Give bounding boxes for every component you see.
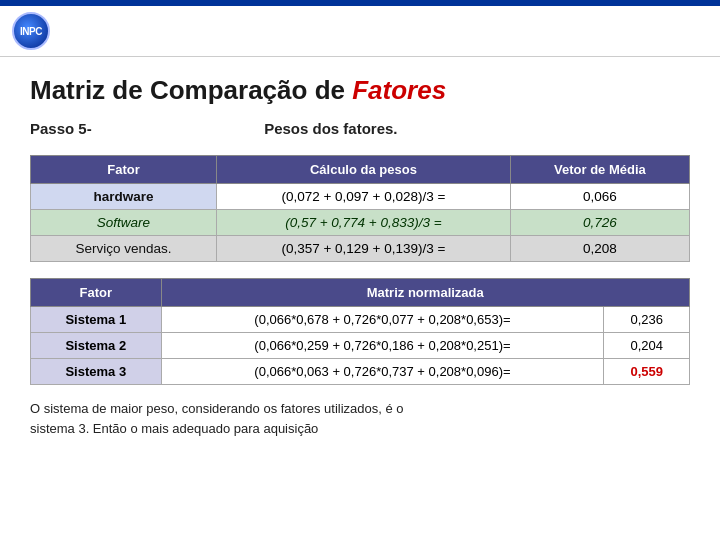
vetor-hardware: 0,066 xyxy=(510,184,689,210)
top-bar: INPC xyxy=(0,6,720,57)
col-fator: Fator xyxy=(31,156,217,184)
step-label: Passo 5- xyxy=(30,120,92,137)
col-calculo: Cálculo da pesos xyxy=(216,156,510,184)
fator-software: Software xyxy=(31,210,217,236)
sistema3-calculo: (0,066*0,063 + 0,726*0,737 + 0,208*0,096… xyxy=(161,359,604,385)
sistema2-calculo: (0,066*0,259 + 0,726*0,186 + 0,208*0,251… xyxy=(161,333,604,359)
table-row: Sistema 2 (0,066*0,259 + 0,726*0,186 + 0… xyxy=(31,333,690,359)
calculo-software: (0,57 + 0,774 + 0,833)/3 = xyxy=(216,210,510,236)
sistema1-valor: 0,236 xyxy=(604,307,690,333)
table-row: Sistema 3 (0,066*0,063 + 0,726*0,737 + 0… xyxy=(31,359,690,385)
footer-text: O sistema de maior peso, considerando os… xyxy=(30,399,690,438)
sistema2-label: Sistema 2 xyxy=(31,333,162,359)
vetor-servico: 0,208 xyxy=(510,236,689,262)
col-vetor: Vetor de Média xyxy=(510,156,689,184)
footer-line2: sistema 3. Então o mais adequado para aq… xyxy=(30,421,318,436)
fator-servico: Serviço vendas. xyxy=(31,236,217,262)
main-content: Matriz de Comparação de Fatores Passo 5-… xyxy=(0,57,720,452)
fator-hardware: hardware xyxy=(31,184,217,210)
col-matriz: Matriz normalizada xyxy=(161,279,689,307)
sistema1-label: Sistema 1 xyxy=(31,307,162,333)
table-row: Serviço vendas. (0,357 + 0,129 + 0,139)/… xyxy=(31,236,690,262)
col-fator-b: Fator xyxy=(31,279,162,307)
sistema3-valor: 0,559 xyxy=(604,359,690,385)
table-row: hardware (0,072 + 0,097 + 0,028)/3 = 0,0… xyxy=(31,184,690,210)
pesos-label: Pesos dos fatores. xyxy=(264,120,397,137)
sistema2-valor: 0,204 xyxy=(604,333,690,359)
vetor-software: 0,726 xyxy=(510,210,689,236)
logo: INPC xyxy=(12,12,50,50)
footer-line1: O sistema de maior peso, considerando os… xyxy=(30,401,404,416)
table-row: Software (0,57 + 0,774 + 0,833)/3 = 0,72… xyxy=(31,210,690,236)
title-highlight: Fatores xyxy=(352,75,446,105)
top-table: Fator Cálculo da pesos Vetor de Média ha… xyxy=(30,155,690,262)
calculo-hardware: (0,072 + 0,097 + 0,028)/3 = xyxy=(216,184,510,210)
logo-text: INPC xyxy=(20,26,42,37)
title-prefix: Matriz de Comparação de xyxy=(30,75,352,105)
calculo-servico: (0,357 + 0,129 + 0,139)/3 = xyxy=(216,236,510,262)
sistema1-calculo: (0,066*0,678 + 0,726*0,077 + 0,208*0,653… xyxy=(161,307,604,333)
page-title: Matriz de Comparação de Fatores xyxy=(30,75,690,106)
sistema3-label: Sistema 3 xyxy=(31,359,162,385)
table-row: Sistema 1 (0,066*0,678 + 0,726*0,077 + 0… xyxy=(31,307,690,333)
bottom-table: Fator Matriz normalizada Sistema 1 (0,06… xyxy=(30,278,690,385)
